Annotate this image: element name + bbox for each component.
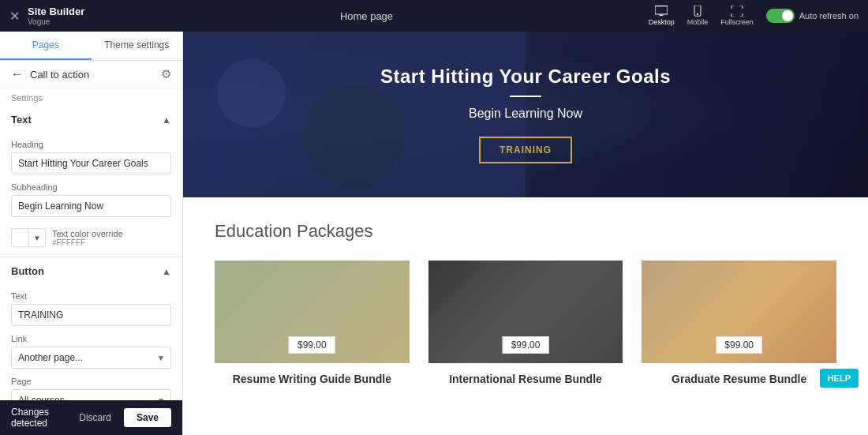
tab-pages[interactable]: Pages	[0, 32, 92, 60]
fullscreen-view-button[interactable]: Fullscreen	[720, 6, 754, 26]
product-price-0: $99.00	[289, 336, 335, 354]
product-name-2: Graduate Resume Bundle	[642, 373, 836, 385]
desktop-label: Desktop	[649, 18, 675, 26]
auto-refresh-toggle[interactable]	[766, 9, 795, 23]
back-button[interactable]: ← Call to action	[11, 67, 89, 81]
hero-section: Start Hitting Your Career Goals Begin Le…	[183, 32, 868, 197]
close-button[interactable]: ✕	[9, 9, 20, 24]
svg-point-3	[697, 13, 698, 14]
button-section-panel: Button ▲ Text Link Another page... Home …	[0, 257, 182, 400]
desktop-view-button[interactable]: Desktop	[649, 6, 675, 26]
product-card-1[interactable]: $99.00 International Resume Bundle	[428, 261, 623, 385]
color-row: ▼ Text color override #FFFFFF	[11, 228, 171, 247]
products-section: Education Packages $99.00 Resume Writing…	[183, 197, 868, 409]
product-card-2[interactable]: $99.00 Graduate Resume Bundle	[642, 261, 836, 385]
auto-refresh-toggle-wrap: Auto refresh on	[766, 9, 859, 23]
link-label: Link	[11, 334, 171, 343]
heading-input[interactable]	[11, 152, 171, 174]
hero-content: Start Hitting Your Career Goals Begin Le…	[380, 66, 671, 163]
site-name: Site Builder	[28, 6, 84, 17]
sidebar-content: ← Call to action ⚙ Settings Text ▲ Headi…	[0, 61, 182, 400]
auto-refresh-label: Auto refresh on	[799, 11, 859, 21]
page-label: Page	[11, 377, 171, 386]
site-subtitle: Vogue	[28, 17, 84, 26]
main-layout: Pages Theme settings ← Call to action ⚙ …	[0, 32, 868, 435]
product-name-1: International Resume Bundle	[428, 373, 623, 385]
hero-heading: Start Hitting Your Career Goals	[380, 66, 671, 88]
color-swatch-button[interactable]: ▼	[11, 228, 46, 247]
action-buttons: Discard Save	[73, 408, 171, 427]
hero-cta-button[interactable]: TRAINING	[479, 137, 572, 163]
subheading-label: Subheading	[11, 182, 171, 192]
product-image-1: $99.00	[428, 261, 623, 363]
discard-button[interactable]: Discard	[73, 408, 118, 427]
product-name-0: Resume Writing Guide Bundle	[215, 373, 410, 385]
svg-rect-1	[660, 15, 664, 16]
color-value: #FFFFFF	[52, 238, 123, 247]
button-text-label: Text	[11, 291, 171, 301]
link-select-wrap: Another page... Home About ▼	[11, 347, 171, 369]
back-header: ← Call to action ⚙	[0, 61, 182, 88]
button-section-body: Text Link Another page... Home About ▼ P…	[0, 285, 182, 400]
hero-subheading: Begin Learning Now	[380, 107, 671, 121]
text-section-panel: Text ▲ Heading Subheading ▼ Text co	[0, 106, 182, 257]
heading-label: Heading	[11, 140, 171, 149]
product-image-2: $99.00	[642, 261, 836, 363]
fullscreen-label: Fullscreen	[720, 18, 754, 26]
preview-area: Start Hitting Your Career Goals Begin Le…	[183, 32, 868, 435]
page-title: Home page	[340, 10, 393, 22]
color-dropdown-arrow-icon: ▼	[29, 234, 45, 242]
gear-icon[interactable]: ⚙	[161, 67, 171, 81]
product-price-1: $99.00	[503, 336, 549, 354]
page-select-wrap: All courses Course 1 Course 2 ▼	[11, 389, 171, 400]
button-section-label: Button	[11, 265, 44, 277]
sidebar: Pages Theme settings ← Call to action ⚙ …	[0, 32, 183, 435]
tab-theme-settings[interactable]: Theme settings	[92, 32, 183, 60]
button-section-chevron: ▲	[162, 266, 171, 277]
sidebar-tabs: Pages Theme settings	[0, 32, 182, 61]
product-price-2: $99.00	[716, 336, 762, 354]
product-card-0[interactable]: $99.00 Resume Writing Guide Bundle	[215, 261, 410, 385]
text-section-chevron: ▲	[162, 114, 171, 126]
color-label: Text color override	[52, 229, 123, 238]
product-image-0: $99.00	[215, 261, 410, 363]
text-section-body: Heading Subheading ▼ Text color override…	[0, 133, 182, 257]
save-button[interactable]: Save	[124, 408, 171, 427]
mobile-view-button[interactable]: Mobile	[687, 6, 709, 26]
mobile-label: Mobile	[687, 18, 709, 26]
color-swatch	[12, 229, 29, 246]
svg-rect-0	[655, 6, 668, 14]
topbar: ✕ Site Builder Vogue Home page Desktop M…	[0, 0, 868, 32]
button-section-header[interactable]: Button ▲	[0, 257, 182, 285]
changes-detected-label: Changes detected	[11, 407, 73, 429]
text-section-header[interactable]: Text ▲	[0, 106, 182, 133]
settings-label: Settings	[0, 88, 182, 106]
text-section-label: Text	[11, 114, 32, 126]
link-select[interactable]: Another page... Home About	[11, 347, 171, 369]
button-text-input[interactable]	[11, 304, 171, 326]
section-title: Call to action	[30, 69, 89, 81]
subheading-input[interactable]	[11, 195, 171, 217]
back-arrow-icon: ←	[11, 67, 24, 81]
page-select[interactable]: All courses Course 1 Course 2	[11, 389, 171, 400]
bottom-bar: Changes detected Discard Save	[0, 400, 182, 435]
help-button[interactable]: HELP	[820, 369, 859, 388]
products-section-title: Education Packages	[215, 221, 836, 242]
products-grid: $99.00 Resume Writing Guide Bundle $99.0…	[215, 261, 836, 385]
hero-divider	[510, 96, 541, 97]
